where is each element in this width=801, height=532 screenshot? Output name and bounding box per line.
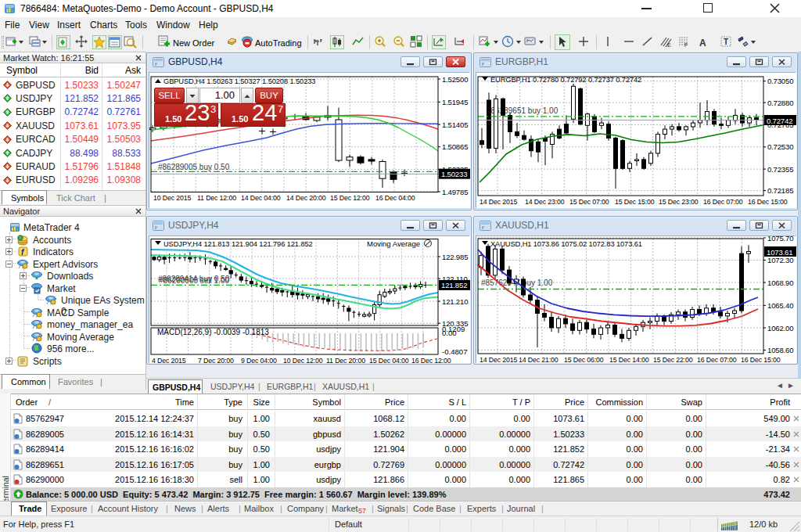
svg-text:1.51945: 1.51945 (442, 98, 468, 106)
svg-text:15 Dec 22:00: 15 Dec 22:00 (653, 356, 693, 364)
svg-text:0.72742: 0.72742 (767, 117, 792, 125)
svg-text:16 Dec 04:00: 16 Dec 04:00 (375, 194, 415, 202)
svg-text:16 Dec 07:00: 16 Dec 07:00 (703, 198, 743, 206)
svg-text:#86289005 buy 0.50: #86289005 buy 0.50 (158, 163, 230, 171)
svg-text:1075.70: 1075.70 (767, 236, 793, 243)
svg-text:1.51405: 1.51405 (442, 120, 468, 129)
svg-text:9 Dec 04:00: 9 Dec 04:00 (241, 357, 277, 364)
svg-text:16 Dec 15:00: 16 Dec 15:00 (748, 198, 788, 206)
svg-text:0.73050: 0.73050 (767, 77, 793, 85)
svg-text:15 Dec 07:00: 15 Dec 07:00 (569, 198, 609, 206)
svg-text:14 Dec 2015: 14 Dec 2015 (480, 356, 517, 364)
svg-text:GBPUSD,H4 1.50263 1.50327 1.5: GBPUSD,H4 1.50263 1.50327 1.50208 1.5023… (163, 77, 315, 85)
svg-text:4 Dec 2015: 4 Dec 2015 (152, 357, 186, 364)
svg-text:USDJPY,H4 121.813 121.904 121: USDJPY,H4 121.813 121.904 121.796 121.85… (163, 240, 313, 248)
svg-text:14 Dec 21:00: 14 Dec 21:00 (519, 356, 559, 364)
svg-text:1.50233: 1.50233 (441, 170, 467, 178)
svg-text:121.852: 121.852 (441, 281, 467, 289)
svg-text:0.72355: 0.72355 (767, 165, 793, 174)
svg-text:7 Dec 20:00: 7 Dec 20:00 (198, 357, 234, 364)
svg-text:15 Dec 06:00: 15 Dec 06:00 (564, 356, 604, 364)
svg-text:15 Dec 12:00: 15 Dec 12:00 (330, 194, 370, 202)
svg-text:0.72185: 0.72185 (767, 186, 793, 195)
svg-text:0.72880: 0.72880 (767, 99, 793, 107)
svg-text:14 Dec 20:00: 14 Dec 20:00 (286, 194, 326, 202)
svg-text:1.52500: 1.52500 (442, 75, 468, 84)
svg-text:1058.60: 1058.60 (767, 346, 793, 354)
svg-text:14 Dec 23:00: 14 Dec 23:00 (525, 198, 565, 206)
svg-text:1.50865: 1.50865 (442, 142, 468, 151)
svg-text:16 Dec 15:00: 16 Dec 15:00 (741, 356, 781, 364)
svg-text:XAUUSD,H1 1073.86 1075.02 107: XAUUSD,H1 1073.86 1075.02 1072.83 1073.6… (490, 240, 642, 248)
svg-text:MACD(12,26,9) -0.0039 -0.1813: MACD(12,26,9) -0.0039 -0.1813 (157, 328, 269, 336)
svg-text:1062.00: 1062.00 (767, 324, 793, 332)
svg-text:1068.90: 1068.90 (767, 279, 793, 287)
svg-text:EURGBP,H1 0.72780 0.72792 0.7: EURGBP,H1 0.72780 0.72792 0.72737 0.7274… (490, 76, 641, 84)
svg-text:0.72530: 0.72530 (767, 142, 793, 151)
svg-text:121.210: 121.210 (442, 297, 468, 306)
svg-text:Moving Average: Moving Average (367, 239, 420, 248)
svg-text:1073.61: 1073.61 (767, 248, 792, 257)
svg-text:10 Dec 12:00: 10 Dec 12:00 (283, 357, 323, 364)
svg-text:15 Dec 04:00: 15 Dec 04:00 (369, 357, 409, 364)
svg-text:T: T (724, 38, 728, 46)
svg-text:16 Dec 07:00: 16 Dec 07:00 (697, 356, 737, 364)
svg-text:14 Dec 2015: 14 Dec 2015 (480, 198, 517, 206)
svg-text:16 Dec 12:00: 16 Dec 12:00 (411, 357, 451, 364)
svg-text:1.49785: 1.49785 (442, 188, 468, 196)
svg-text:122.985: 122.985 (442, 253, 468, 261)
svg-text:15 Dec 14:00: 15 Dec 14:00 (609, 356, 649, 364)
svg-text:1072.30: 1072.30 (767, 256, 793, 264)
svg-text:10 Dec 2015: 10 Dec 2015 (153, 194, 191, 202)
svg-text:15 Dec 15:00: 15 Dec 15:00 (615, 198, 655, 206)
svg-text:0.00: 0.00 (442, 329, 457, 337)
svg-text:F: F (684, 42, 688, 48)
svg-text:1065.40: 1065.40 (767, 301, 793, 310)
svg-text:11 Dec 20:00: 11 Dec 20:00 (326, 357, 365, 364)
svg-text:15 Dec 23:00: 15 Dec 23:00 (659, 198, 699, 206)
svg-text:#86290000 sell 1.00: #86290000 sell 1.00 (159, 276, 230, 285)
svg-text:120.335: 120.335 (442, 319, 468, 328)
svg-text:11 Dec 12:00: 11 Dec 12:00 (197, 194, 236, 202)
svg-text:E: E (667, 42, 671, 48)
svg-text:-0.4807: -0.4807 (442, 347, 468, 356)
svg-text:14 Dec 04:00: 14 Dec 04:00 (241, 194, 281, 202)
